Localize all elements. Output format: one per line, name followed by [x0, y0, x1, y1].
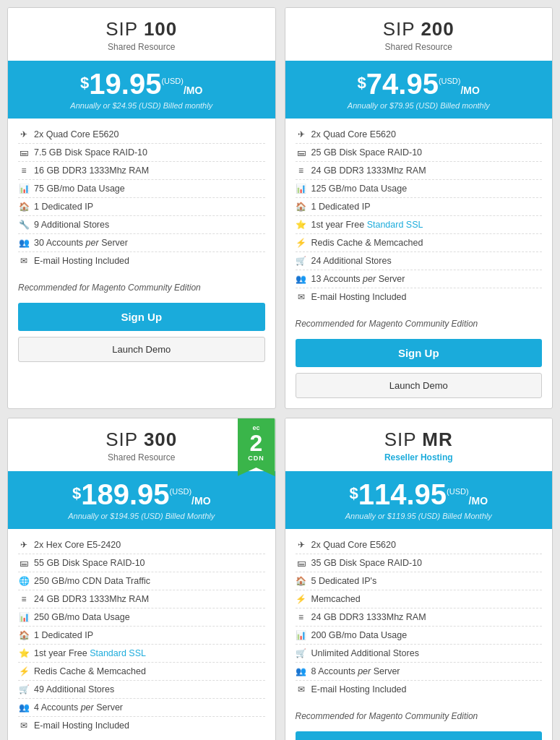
- list-item: ⚡Redis Cache & Memcached: [18, 663, 265, 681]
- list-item: 🖴7.5 GB Disk Space RAID-10: [18, 144, 265, 162]
- feature-text: 5 Dedicated IP's: [311, 576, 377, 586]
- feature-icon: ✈: [18, 540, 30, 550]
- feature-icon: ✉: [18, 256, 30, 266]
- feature-icon: ✉: [296, 292, 307, 302]
- price-display-sipmr: $114.95(USD)/MO: [293, 480, 546, 509]
- feature-icon: 📊: [18, 612, 30, 622]
- plan-card-sip300: ec 2 CDN SIP 300 Shared Resource $189.95…: [7, 418, 276, 740]
- feature-icon: ⚡: [296, 238, 307, 248]
- price-usd-sipmr: (USD): [447, 487, 469, 496]
- plan-card-sip100: SIP 100 Shared Resource $19.95(USD)/MO A…: [7, 7, 276, 409]
- list-item: 🌐250 GB/mo CDN Data Traffic: [18, 572, 265, 590]
- recommended-text-sip100: Recommended for Magento Community Editio…: [8, 277, 275, 300]
- feature-icon: 🖴: [18, 147, 30, 158]
- feature-icon: 🏠: [18, 202, 30, 212]
- feature-text: E-mail Hosting Included: [34, 256, 129, 266]
- feature-text: 16 GB DDR3 1333Mhz RAM: [34, 165, 149, 176]
- feature-text: 24 GB DDR3 1333Mhz RAM: [34, 594, 149, 604]
- feature-text: 250 GB/mo Data Usage: [34, 612, 130, 622]
- feature-icon: 🌐: [18, 576, 30, 586]
- price-display-sip200: $74.95(USD)/MO: [293, 69, 546, 98]
- list-item: 🏠1 Dedicated IP: [18, 627, 265, 645]
- feature-icon: 🔧: [18, 220, 30, 230]
- price-usd-sip200: (USD): [439, 77, 461, 85]
- feature-text: E-mail Hosting Included: [311, 292, 407, 302]
- list-item: 📊125 GB/mo Data Usage: [296, 180, 543, 198]
- list-item: ≡24 GB DDR3 1333Mhz RAM: [296, 162, 543, 180]
- feature-icon: ✈: [296, 540, 307, 550]
- feature-text: 25 GB Disk Space RAID-10: [311, 147, 423, 158]
- list-item: ⚡Memcached: [296, 590, 543, 608]
- list-item: 📊200 GB/mo Data Usage: [296, 627, 543, 645]
- list-item: ✉E-mail Hosting Included: [18, 252, 265, 270]
- price-billed-sip100: Annually or $24.95 (USD) Billed monthly: [15, 101, 268, 110]
- feature-text: 250 GB/mo CDN Data Traffic: [34, 576, 150, 586]
- price-amount-sip200: $74.95(USD)/MO: [358, 68, 480, 100]
- plan-card-sip200: SIP 200 Shared Resource $74.95(USD)/MO A…: [285, 7, 553, 409]
- feature-icon: ✉: [18, 720, 30, 731]
- features-list-sip100: ✈2x Quad Core E5620🖴7.5 GB Disk Space RA…: [8, 119, 275, 277]
- price-usd-sip300: (USD): [170, 487, 192, 496]
- list-item: 🔧9 Additional Stores: [18, 216, 265, 234]
- feature-icon: ≡: [296, 612, 307, 622]
- list-item: ✉E-mail Hosting Included: [296, 288, 543, 306]
- signup-button-sip200[interactable]: Sign Up: [296, 339, 543, 367]
- price-billed-sip200: Annually or $79.95 (USD) Billed monthly: [293, 101, 546, 110]
- recommended-text-sip200: Recommended for Magento Community Editio…: [285, 313, 553, 336]
- list-item: ✈2x Quad Core E5620: [296, 536, 543, 554]
- feature-text: 1 Dedicated IP: [311, 202, 371, 212]
- list-item: 📊250 GB/mo Data Usage: [18, 608, 265, 627]
- feature-text: 200 GB/mo Data Usage: [311, 630, 408, 640]
- feature-icon: 🏠: [296, 202, 307, 212]
- list-item: 🖴35 GB Disk Space RAID-10: [296, 554, 543, 572]
- list-item: 🛒49 Additional Stores: [18, 681, 265, 699]
- price-band-sip100: $19.95(USD)/MO Annually or $24.95 (USD) …: [8, 61, 275, 119]
- signup-button-sipmr[interactable]: Sign Up: [296, 731, 543, 740]
- list-item: 👥13 Accounts per Server: [296, 270, 543, 288]
- feature-text: 9 Additional Stores: [34, 220, 109, 230]
- list-item: 🖴55 GB Disk Space RAID-10: [18, 554, 265, 572]
- feature-icon: ⭐: [296, 220, 307, 230]
- list-item: 🏠1 Dedicated IP: [18, 198, 265, 216]
- demo-button-sip200[interactable]: Launch Demo: [296, 373, 543, 398]
- feature-text: 55 GB Disk Space RAID-10: [34, 558, 145, 568]
- feature-text: E-mail Hosting Included: [34, 720, 129, 731]
- plan-title-sip300: SIP 300: [15, 429, 268, 451]
- price-amount-sip300: $189.95(USD)/MO: [72, 478, 211, 510]
- ssl-link[interactable]: Standard SSL: [90, 648, 146, 658]
- feature-text: 2x Quad Core E5620: [311, 129, 396, 139]
- price-band-sip300: $189.95(USD)/MO Annually or $194.95 (USD…: [8, 471, 275, 529]
- feature-text: 35 GB Disk Space RAID-10: [311, 558, 423, 568]
- price-dollar-sip200: $: [358, 75, 366, 91]
- cdn-badge-number: 2: [250, 431, 263, 455]
- features-list-sip200: ✈2x Quad Core E5620🖴25 GB Disk Space RAI…: [285, 119, 553, 313]
- list-item: ✉E-mail Hosting Included: [296, 681, 543, 698]
- list-item: 🏠5 Dedicated IP's: [296, 572, 543, 590]
- list-item: ✈2x Hex Core E5-2420: [18, 536, 265, 554]
- signup-button-sip100[interactable]: Sign Up: [18, 303, 265, 331]
- feature-icon: ≡: [296, 165, 307, 176]
- feature-icon: ≡: [18, 165, 30, 176]
- demo-button-sip100[interactable]: Launch Demo: [18, 337, 265, 362]
- feature-text: 24 GB DDR3 1333Mhz RAM: [311, 612, 426, 622]
- plan-header-sip200: SIP 200 Shared Resource: [285, 8, 553, 61]
- list-item: ≡16 GB DDR3 1333Mhz RAM: [18, 162, 265, 180]
- feature-text: 13 Accounts per Server: [311, 274, 405, 284]
- features-list-sipmr: ✈2x Quad Core E5620🖴35 GB Disk Space RAI…: [285, 529, 553, 705]
- feature-icon: ✈: [296, 129, 307, 139]
- plan-header-sip100: SIP 100 Shared Resource: [8, 8, 275, 61]
- feature-text: 49 Additional Stores: [34, 684, 114, 694]
- feature-text: 1 Dedicated IP: [34, 202, 93, 212]
- price-band-sipmr: $114.95(USD)/MO Annually or $119.95 (USD…: [285, 471, 553, 529]
- recommended-text-sipmr: Recommended for Magento Community Editio…: [285, 705, 553, 728]
- price-dollar-sip300: $: [72, 486, 81, 502]
- feature-icon: 🏠: [296, 576, 307, 586]
- feature-text: 2x Quad Core E5620: [311, 540, 396, 550]
- feature-icon: 📊: [18, 184, 30, 194]
- ssl-link[interactable]: Standard SSL: [367, 220, 423, 230]
- feature-text: 2x Quad Core E5620: [34, 129, 119, 139]
- feature-text: 75 GB/mo Data Usage: [34, 184, 125, 194]
- plan-title-sip100: SIP 100: [15, 18, 268, 40]
- feature-icon: 👥: [296, 274, 307, 284]
- feature-text: E-mail Hosting Included: [311, 684, 407, 694]
